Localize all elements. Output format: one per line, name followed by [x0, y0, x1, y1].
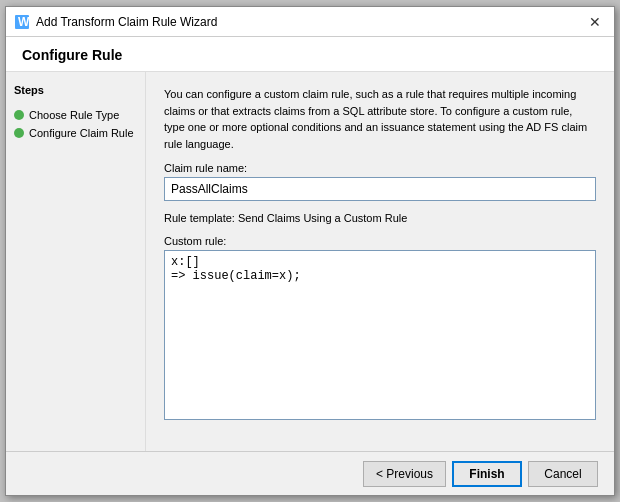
sidebar-item-choose-rule-type[interactable]: Choose Rule Type	[14, 106, 137, 124]
rule-template-section: Rule template: Send Claims Using a Custo…	[164, 211, 596, 225]
finish-button[interactable]: Finish	[452, 461, 522, 487]
sidebar-item-label-2: Configure Claim Rule	[29, 127, 134, 139]
sidebar-heading: Steps	[14, 84, 137, 96]
description-text: You can configure a custom claim rule, s…	[164, 86, 596, 152]
title-bar: W Add Transform Claim Rule Wizard ✕	[6, 7, 614, 37]
main-panel: You can configure a custom claim rule, s…	[146, 72, 614, 451]
footer: < Previous Finish Cancel	[6, 451, 614, 495]
svg-text:W: W	[18, 15, 30, 29]
sidebar: Steps Choose Rule Type Configure Claim R…	[6, 72, 146, 451]
wizard-icon: W	[14, 14, 30, 30]
step-dot-2	[14, 128, 24, 138]
custom-rule-section: Custom rule: x:[] => issue(claim=x);	[164, 235, 596, 437]
wizard-window: W Add Transform Claim Rule Wizard ✕ Conf…	[5, 6, 615, 496]
cancel-button[interactable]: Cancel	[528, 461, 598, 487]
content-area: Steps Choose Rule Type Configure Claim R…	[6, 72, 614, 451]
claim-rule-name-section: Claim rule name:	[164, 162, 596, 201]
rule-template-text: Rule template: Send Claims Using a Custo…	[164, 212, 407, 224]
close-button[interactable]: ✕	[584, 11, 606, 33]
step-dot-1	[14, 110, 24, 120]
title-bar-left: W Add Transform Claim Rule Wizard	[14, 14, 217, 30]
previous-button[interactable]: < Previous	[363, 461, 446, 487]
window-title: Add Transform Claim Rule Wizard	[36, 15, 217, 29]
claim-rule-name-input[interactable]	[164, 177, 596, 201]
sidebar-item-label-1: Choose Rule Type	[29, 109, 119, 121]
custom-rule-textarea[interactable]: x:[] => issue(claim=x);	[164, 250, 596, 420]
sidebar-item-configure-claim-rule[interactable]: Configure Claim Rule	[14, 124, 137, 142]
claim-rule-name-label: Claim rule name:	[164, 162, 596, 174]
page-header: Configure Rule	[6, 37, 614, 72]
page-title: Configure Rule	[22, 47, 122, 63]
custom-rule-label: Custom rule:	[164, 235, 596, 247]
